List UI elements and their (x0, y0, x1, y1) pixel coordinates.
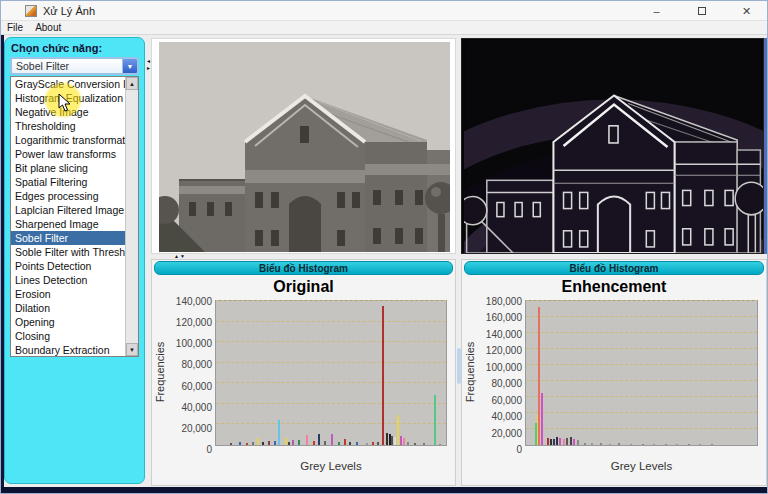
function-list-item[interactable]: Closing (11, 329, 125, 343)
y-tick-label: 40,000 (181, 401, 212, 412)
y-axis-label: Frequencies (154, 298, 167, 446)
function-list-item[interactable]: Bit plane slicing (11, 161, 125, 175)
function-list-item[interactable]: Sharpened Image (11, 217, 125, 231)
histogram-bar (394, 437, 396, 445)
function-list-item[interactable]: Laplcian Filtered Image (11, 203, 125, 217)
histogram-bar (298, 440, 300, 445)
histogram-bar (407, 442, 409, 445)
histogram-bar (262, 442, 264, 445)
function-list-item[interactable]: Boundary Extraction (11, 343, 125, 356)
function-list-item[interactable]: Thresholding (11, 119, 125, 133)
histogram-bar (414, 443, 416, 445)
histogram-bar (377, 442, 379, 445)
right-scrollbar[interactable] (764, 38, 768, 254)
function-list-item[interactable]: Dilation (11, 301, 125, 315)
scroll-down-icon[interactable]: ▼ (126, 343, 138, 356)
gridline (526, 316, 757, 317)
function-list-item[interactable]: Lines Detection (11, 273, 125, 287)
y-tick-label: 60,000 (491, 394, 522, 405)
window-bottom-border (1, 487, 768, 494)
histogram-bar (699, 444, 701, 445)
y-tick-label: 80,000 (181, 359, 212, 370)
combobox-dropdown-icon[interactable]: ▼ (122, 59, 137, 73)
histogram-header-button[interactable]: Biểu đồ Histogram (464, 261, 764, 275)
gridline (216, 321, 446, 322)
histogram-bar (278, 420, 280, 445)
close-button[interactable]: ✕ (724, 1, 768, 21)
histogram-bar (292, 440, 294, 445)
original-histogram-panel: Biểu đồ Histogram Original Frequencies 0… (151, 259, 456, 486)
histogram-bar (230, 443, 232, 445)
original-image (159, 42, 450, 252)
function-dropdown: GrayScale Conversion ImageHistogram Equa… (10, 76, 139, 357)
histogram-bar (257, 438, 259, 445)
gridline (526, 348, 757, 349)
function-list-item[interactable]: Soble Filter with Thresholding (11, 245, 125, 259)
histogram-bar (711, 444, 713, 445)
y-tick-label: 120,000 (176, 317, 212, 328)
histogram-bar (403, 438, 405, 445)
menu-about[interactable]: About (29, 22, 67, 33)
histogram-bar (344, 439, 346, 445)
function-list-item[interactable]: Opening (11, 315, 125, 329)
combobox-value: Sobel Filter (12, 60, 122, 72)
y-tick-label: 140,000 (486, 328, 522, 339)
gridline (526, 396, 757, 397)
app-window: Xử Lý Ảnh – ✕ File About Chọn chức năng:… (0, 0, 768, 494)
original-image-panel[interactable] (151, 38, 456, 254)
histogram-plot-original (215, 300, 447, 446)
function-list-item[interactable]: Logarithmic transformation (11, 133, 125, 147)
y-tick-label: 180,000 (486, 296, 522, 307)
menu-bar: File About (1, 21, 768, 35)
histogram-bar (324, 441, 326, 445)
scroll-up-icon[interactable]: ▲ (126, 77, 138, 90)
histogram-bar (252, 442, 254, 445)
function-list: GrayScale Conversion ImageHistogram Equa… (11, 77, 125, 356)
histogram-bar (591, 443, 593, 445)
histogram-bar (397, 415, 399, 445)
histogram-bar (389, 434, 391, 445)
gridline (216, 423, 446, 424)
histogram-bar (563, 439, 565, 445)
y-axis-label: Frequencies (464, 298, 477, 446)
window-title: Xử Lý Ảnh (43, 5, 95, 17)
function-combobox[interactable]: Sobel Filter ▼ (10, 57, 139, 75)
histogram-bar (382, 306, 384, 445)
gridline (526, 332, 757, 333)
histogram-bar (600, 443, 602, 445)
y-tick-label: 60,000 (181, 380, 212, 391)
processed-image-panel[interactable] (461, 38, 764, 254)
histogram-bar (618, 443, 620, 445)
function-list-item[interactable]: Histogram Equalization (11, 91, 125, 105)
function-list-item[interactable]: Power law transforms (11, 147, 125, 161)
histogram-header-button[interactable]: Biểu đồ Histogram (154, 261, 453, 275)
function-list-item[interactable]: Edges processing (11, 189, 125, 203)
histogram-bar (630, 444, 632, 445)
histogram-bar (400, 436, 402, 445)
function-list-item[interactable]: Points Detection (11, 259, 125, 273)
menu-file[interactable]: File (1, 22, 29, 33)
y-tick-label: 20,000 (181, 422, 212, 433)
histogram-bar (556, 437, 558, 445)
y-tick-label: 80,000 (491, 378, 522, 389)
y-tick-label: 100,000 (486, 361, 522, 372)
function-list-item[interactable]: GrayScale Conversion Image (11, 77, 125, 91)
histogram-bar (439, 444, 441, 445)
function-list-item[interactable]: Erosion (11, 287, 125, 301)
maximize-button[interactable] (679, 1, 724, 21)
dropdown-scrollbar[interactable]: ▲ ▼ (125, 77, 138, 356)
histogram-bar (349, 442, 351, 445)
gridline (216, 341, 446, 342)
function-list-item[interactable]: Negative Image (11, 105, 125, 119)
histogram-bar (366, 443, 368, 445)
histogram-bar (553, 439, 555, 445)
histogram-bar (541, 393, 543, 445)
gridline (526, 380, 757, 381)
function-list-item[interactable]: Spatial Filtering (11, 175, 125, 189)
function-list-item[interactable]: Sobel Filter (11, 231, 125, 245)
minimize-button[interactable]: – (634, 1, 679, 21)
histogram-bar (584, 443, 586, 445)
enhancement-histogram-panel: Biểu đồ Histogram Enhencement Frequencie… (461, 259, 767, 486)
histogram-bar (313, 441, 315, 445)
histogram-bar (318, 434, 320, 445)
